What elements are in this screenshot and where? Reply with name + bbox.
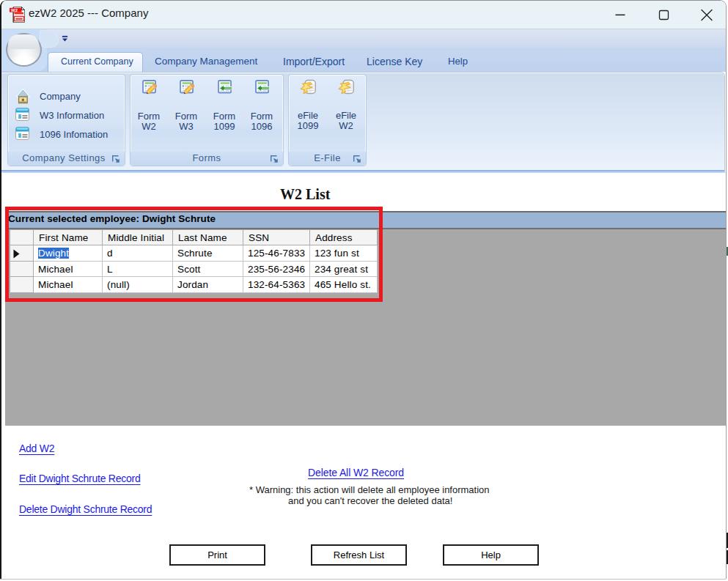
svg-text:W2: W2 [11,8,18,12]
